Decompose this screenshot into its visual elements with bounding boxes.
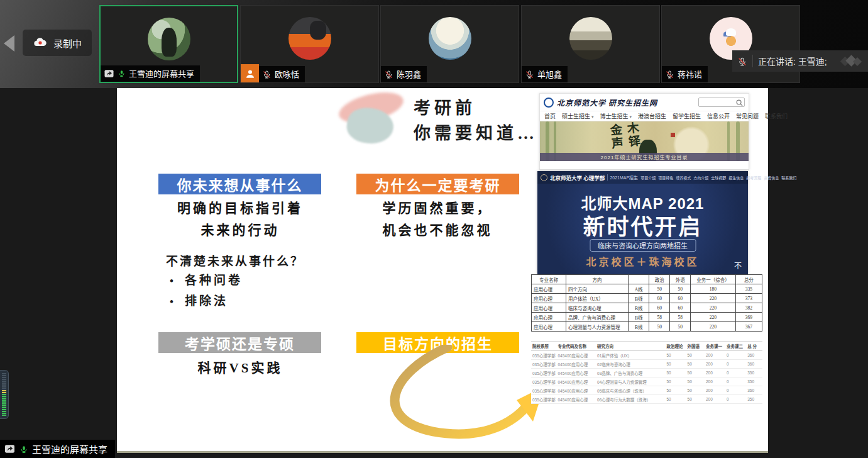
table-row: 035心理学部045400应用心理04心理测量与人力资源管理5050200035…: [531, 377, 762, 386]
avatar: [288, 17, 331, 60]
table-row: 应用心理品牌、广告与消费心理B线5858220369: [532, 313, 762, 322]
audio-level-bars: [2, 373, 6, 416]
table-cell: 045400应用心理: [556, 351, 596, 360]
avatar: [569, 17, 612, 60]
table-cell: 50: [686, 351, 705, 360]
person-icon: [244, 68, 256, 79]
heading-academic-vs-professional: 考学硕还是专硕: [158, 332, 321, 353]
table-cell: 01用户体验（UX）: [596, 351, 665, 360]
table-cell: 60: [649, 294, 670, 303]
table-cell: 045400应用心理: [556, 395, 596, 404]
video-tile-chenyuxin[interactable]: 陈羽鑫: [380, 5, 519, 83]
table-header-cell: 业务课二: [725, 342, 746, 351]
nav-item: 博士生招生: [600, 112, 632, 120]
table-cell: 50: [665, 377, 686, 386]
participant-name-chip: 单旭鑫: [522, 66, 568, 82]
table-cell: 350: [746, 377, 762, 386]
collapse-strip-arrow-icon[interactable]: [4, 35, 14, 52]
table-cell: 0: [725, 351, 746, 360]
map-corner-glyph: 不: [734, 260, 742, 271]
table-cell: 045400应用心理: [556, 386, 596, 395]
red-seal-icon: [671, 133, 675, 137]
divider: [752, 55, 753, 67]
table-cell: 58: [670, 313, 691, 322]
research-directions-table: 院校系所专业代码及名称研究方向政治理论外国语业务课一业务课二总 分 035心理学…: [531, 341, 762, 404]
video-tile-ouyongtian[interactable]: 欧咏恬: [240, 5, 379, 83]
bullet-item: 排除法: [170, 291, 243, 312]
nav-item: 项目特色: [658, 175, 673, 181]
table-cell: 50: [665, 386, 686, 395]
hand-raised-badge: [241, 64, 259, 82]
curved-arrow: [354, 345, 551, 447]
table-cell: 0: [725, 360, 746, 369]
table-cell: 02临床与咨询心理: [596, 360, 665, 369]
table-cell: 0: [725, 386, 746, 395]
table-header-cell: 外国语: [686, 342, 705, 351]
mic-muted-icon: [737, 56, 747, 67]
table-header-cell: 业务课一: [705, 342, 725, 351]
table-cell: 品牌、广告与消费心理: [566, 313, 629, 322]
avatar: [148, 18, 190, 60]
table-header-row: 院校系所专业代码及名称研究方向政治理论外国语业务课一业务课二总 分: [531, 342, 762, 351]
nav-item: 联系我们: [781, 175, 796, 181]
heading-future-career: 你未来想从事什么: [158, 174, 321, 194]
table-cell: 220: [691, 322, 736, 332]
table-cell: 60: [670, 303, 691, 313]
table-header-cell: 总 分: [746, 342, 762, 351]
table-row: 应用心理用户体验（UX）B线6060220373: [532, 294, 762, 303]
nav-item: 联系我们: [765, 112, 788, 120]
mic-muted-icon: [384, 69, 393, 79]
score-line-table: 专业名称方向政治外语业务一（综合）总分 应用心理四个方向A线5050180335…: [531, 274, 762, 332]
site1-navbar: 首页硕士生招生博士生招生港澳台招生留学生招生信息公开常见问题联系我们: [540, 111, 749, 121]
video-tile-wangxuedi[interactable]: 王雪迪的屏幕共享: [99, 5, 238, 83]
video-tile-shanxuxin[interactable]: 单旭鑫: [521, 5, 660, 83]
table-cell: 200: [705, 395, 725, 404]
participant-name: 欧咏恬: [275, 68, 299, 80]
table-cell: 382: [735, 303, 762, 313]
note-line: 机会也不能忽视: [339, 220, 536, 242]
meeting-app-logo-icon: [839, 55, 863, 68]
slide-title: 考研前 你需要知道……: [414, 96, 559, 146]
site2-header: 北京师范大学 心理学部 2021MAP招生 项目介绍项目特色培养模式方向介绍全球…: [537, 171, 748, 184]
table-cell: 应用心理: [532, 294, 566, 303]
site1-brand: 北京师范大学 研究生招生网: [557, 97, 657, 108]
table-cell: 应用心理: [532, 284, 566, 294]
participant-name: 单旭鑫: [537, 68, 562, 80]
nav-item: 资费信息: [764, 175, 779, 181]
watercolor-splash: [338, 91, 410, 148]
table-row: 035心理学部045400应用心理06心理与行为大数据（珠海）505020003…: [531, 395, 762, 404]
table-cell: 四个方向: [566, 284, 629, 294]
site1-banner: 木铎金声 2021年硕士研究生拟招生专业目录: [540, 121, 749, 161]
table-cell: 200: [705, 377, 725, 386]
recording-indicator[interactable]: 录制中: [23, 30, 92, 56]
table-header-cell: 研究方向: [596, 342, 665, 351]
table-cell: 应用心理: [532, 322, 566, 332]
table-header-cell: 方向: [566, 275, 629, 284]
table-cell: 应用心理: [532, 313, 566, 322]
note-line: 明确的目标指引着: [142, 198, 338, 220]
table-cell: 035心理学部: [531, 395, 556, 404]
table-cell: 58: [649, 313, 670, 322]
table-cell: 50: [670, 284, 691, 294]
table-row: 035心理学部045400应用心理03品牌、广告与消费心理50502000350: [531, 369, 762, 377]
nav-item: 报考流程: [746, 175, 761, 181]
note-future-career: 明确的目标指引着 未来的行动: [142, 198, 338, 242]
table-cell: 035心理学部: [531, 386, 556, 395]
table-cell: B线: [629, 303, 649, 313]
table-cell: 180: [691, 284, 736, 294]
table-cell: 367: [735, 322, 762, 332]
nav-item: 信息公开: [707, 112, 730, 120]
mic-live-icon: [118, 68, 126, 79]
presentation-slide: 考研前 你需要知道…… 你未来想从事什么 明确的目标指引着 未来的行动 为什么一…: [117, 88, 768, 453]
table-cell: 045400应用心理: [556, 369, 596, 377]
nav-item: 港澳台招生: [638, 112, 666, 120]
table-header-cell: 政治理论: [665, 342, 686, 351]
table-row: 035心理学部045400应用心理01用户体验（UX）50502000360: [531, 351, 762, 360]
table-row: 应用心理心理测量与人力资源管理B线5050220367: [532, 322, 762, 332]
bnu-psych-logo-icon: [541, 174, 547, 181]
table-cell: 50: [686, 386, 705, 395]
table-cell: 220: [691, 313, 736, 322]
table-row: 应用心理四个方向A线5050180335: [532, 284, 762, 294]
map-direction-pill: 临床与咨询心理方向两地招生: [590, 239, 696, 252]
table-cell: 临床与咨询心理: [566, 303, 629, 313]
